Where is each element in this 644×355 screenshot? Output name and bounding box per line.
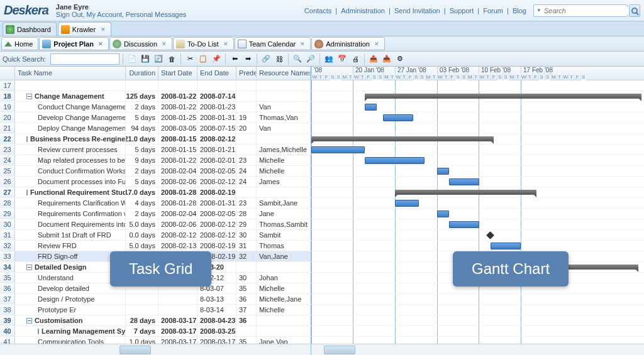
start-cell[interactable] xyxy=(158,80,197,90)
end-cell[interactable]: 2008-01-31 xyxy=(197,112,236,123)
gantt-task-bar[interactable] xyxy=(383,114,413,121)
table-row[interactable]: 40Learning Management System7 days2008-0… xyxy=(0,326,311,337)
start-cell[interactable]: 2008-01-22 xyxy=(158,102,197,112)
gantt-task-bar[interactable] xyxy=(491,243,521,249)
table-row[interactable]: 33FRD Sign-off0.0 days2008-02-192008-02-… xyxy=(0,251,311,262)
table-row[interactable]: 32Review FRD5.0 days2008-02-132008-02-19… xyxy=(0,241,311,251)
task-name-cell[interactable]: Develop Change Management Plan xyxy=(15,112,126,123)
close-icon[interactable]: ✕ xyxy=(374,41,379,47)
start-cell[interactable]: 2008-03-17 xyxy=(158,326,197,336)
resource-cell[interactable]: Michelle xyxy=(257,305,311,315)
table-row[interactable]: 18Change Management125 days2008-01-22200… xyxy=(0,91,311,102)
col-duration[interactable]: Duration xyxy=(126,67,158,80)
start-cell[interactable]: 2008-02-13 xyxy=(158,241,197,251)
resource-cell[interactable]: Thomas,Van xyxy=(257,112,311,123)
duration-cell[interactable] xyxy=(126,262,158,272)
end-cell[interactable]: 2008-04-23 xyxy=(197,315,236,325)
end-cell[interactable]: 2008-03-25 xyxy=(197,326,236,336)
end-cell[interactable]: 2008-07-15 xyxy=(197,123,236,133)
subtab-discussion[interactable]: Discussion✕ xyxy=(109,37,172,50)
gantt-row[interactable] xyxy=(311,123,644,134)
end-cell[interactable]: 2008-02-12 xyxy=(197,134,236,144)
gantt-task-bar[interactable] xyxy=(485,275,497,281)
duration-cell[interactable]: 1.0 days xyxy=(126,337,158,344)
task-name-cell[interactable]: Change Management xyxy=(15,91,126,101)
pred-cell[interactable] xyxy=(236,326,257,336)
end-cell[interactable]: 2008-02-19 xyxy=(197,241,236,251)
collapse-icon[interactable] xyxy=(26,136,28,142)
gantt-row[interactable] xyxy=(311,305,644,315)
start-cell[interactable]: 2008-01-28 xyxy=(158,187,197,197)
duration-cell[interactable]: 94 days xyxy=(126,123,158,133)
start-cell[interactable]: 2008-03-05 xyxy=(158,123,197,133)
duration-cell[interactable]: 5 days xyxy=(126,177,158,187)
scroll-thumb[interactable] xyxy=(119,346,151,354)
end-cell[interactable]: 2008-07-14 xyxy=(197,91,236,101)
tab-dashboard[interactable]: Dashboard xyxy=(3,22,57,36)
tool-zoom-in[interactable]: 🔍 xyxy=(292,53,303,65)
resource-cell[interactable]: Johan xyxy=(257,273,311,283)
gantt-milestone[interactable] xyxy=(531,253,540,261)
subtab-administration[interactable]: Administration✕ xyxy=(311,37,385,50)
tool-indent[interactable]: ➡ xyxy=(242,53,253,65)
table-row[interactable]: 23Review current processes5 days2008-01-… xyxy=(0,145,311,155)
gantt-row[interactable] xyxy=(311,251,644,262)
task-name-cell[interactable]: Document processes into Functional xyxy=(15,177,126,187)
gantt-row[interactable] xyxy=(311,145,644,155)
tool-cut[interactable]: ✂ xyxy=(184,53,196,65)
table-row[interactable]: 36Develop detailed8-03-0735Michelle xyxy=(0,283,311,294)
end-cell[interactable]: 2008-02-12 xyxy=(197,230,236,240)
gantt-row[interactable] xyxy=(311,294,644,305)
table-row[interactable]: 24Map related processes to best practice… xyxy=(0,155,311,166)
nav-administration[interactable]: Administration xyxy=(341,7,385,14)
end-cell[interactable]: 2008-02-12 xyxy=(197,219,236,229)
resource-cell[interactable]: James xyxy=(257,177,311,187)
start-cell[interactable] xyxy=(158,273,197,283)
gantt-body[interactable] xyxy=(311,80,644,344)
pred-cell[interactable]: 23 xyxy=(236,198,257,208)
duration-cell[interactable] xyxy=(126,283,158,293)
tool-export[interactable]: 📤 xyxy=(368,53,379,65)
table-row[interactable]: 30Document Requirements into FRD5.0 days… xyxy=(0,219,311,230)
table-row[interactable]: 25Conduct Confirmation Workshops2 days20… xyxy=(0,166,311,177)
close-icon[interactable]: ✕ xyxy=(101,26,106,33)
task-name-cell[interactable]: Review current processes xyxy=(15,145,126,155)
end-cell[interactable]: 8-02-12 xyxy=(197,273,236,283)
start-cell[interactable]: 2008-03-17 xyxy=(158,315,197,325)
tool-import[interactable]: 📥 xyxy=(381,53,392,65)
gantt-milestone[interactable] xyxy=(486,231,494,239)
task-name-cell[interactable]: FRD Sign-off xyxy=(15,251,126,261)
gantt-summary-bar[interactable] xyxy=(494,265,638,270)
pred-cell[interactable] xyxy=(236,80,257,90)
pred-cell[interactable]: 35 xyxy=(236,337,257,344)
gantt-row[interactable] xyxy=(311,198,644,209)
pred-cell[interactable]: 24 xyxy=(236,166,257,176)
task-name-cell[interactable]: Map related processes to best practices xyxy=(15,155,126,165)
resource-cell[interactable]: Jane,Van xyxy=(257,337,311,344)
gantt-row[interactable] xyxy=(311,91,644,102)
tool-save[interactable]: 💾 xyxy=(140,53,151,65)
col-start[interactable]: Start Date xyxy=(158,67,197,80)
start-cell[interactable]: 2008-02-06 xyxy=(158,177,197,187)
gantt-task-bar[interactable] xyxy=(449,221,479,228)
table-row[interactable]: 21Deploy Change Management Activities94 … xyxy=(0,123,311,134)
pred-cell[interactable]: 30 xyxy=(236,230,257,240)
subtab-team-calendar[interactable]: Team Calendar✕ xyxy=(235,37,311,50)
start-cell[interactable]: 2008-02-06 xyxy=(158,219,197,229)
pred-cell[interactable]: 37 xyxy=(236,305,257,315)
duration-cell[interactable]: 2 days xyxy=(126,102,158,112)
end-cell[interactable]: 2008-02-12 xyxy=(197,177,236,187)
gantt-row[interactable] xyxy=(311,209,644,219)
resource-cell[interactable] xyxy=(257,134,311,144)
task-name-cell[interactable]: Communication Tools xyxy=(15,337,126,344)
gantt-row[interactable] xyxy=(311,315,644,326)
pred-cell[interactable]: 20 xyxy=(236,123,257,133)
table-row[interactable]: 19Conduct Change Management Plan2 days20… xyxy=(0,102,311,112)
gantt-task-bar[interactable] xyxy=(365,157,425,164)
resource-cell[interactable]: Michelle,Jane xyxy=(257,294,311,304)
col-taskname[interactable]: Task Name xyxy=(15,67,126,80)
end-cell[interactable]: 2008-01-31 xyxy=(197,198,236,208)
col-pred[interactable]: Predecessors xyxy=(236,67,257,80)
tool-settings[interactable]: ⚙ xyxy=(394,53,406,65)
duration-cell[interactable]: 9 days xyxy=(126,155,158,165)
